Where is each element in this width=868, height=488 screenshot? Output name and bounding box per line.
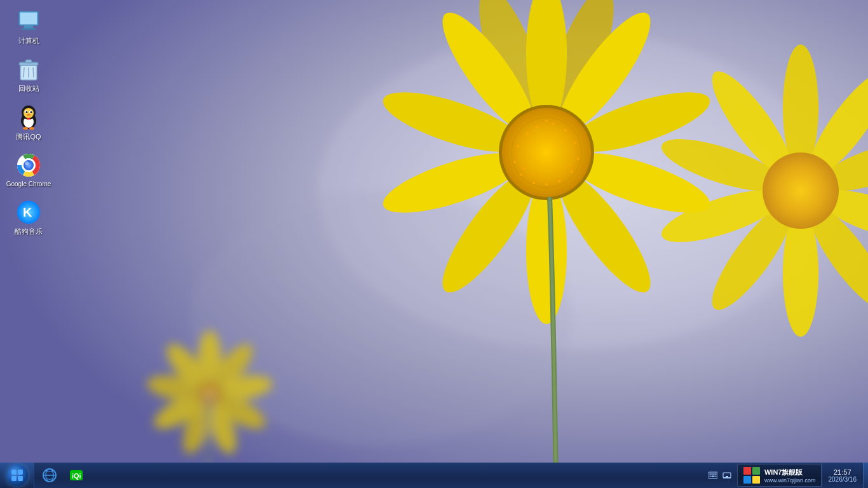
desktop: 计算机 回收站 bbox=[0, 0, 868, 488]
svg-line-67 bbox=[24, 67, 24, 78]
svg-rect-110 bbox=[743, 467, 751, 475]
svg-point-35 bbox=[577, 158, 580, 160]
desktop-icon-chrome[interactable]: Google Chrome bbox=[6, 150, 51, 191]
svg-point-37 bbox=[571, 170, 573, 173]
chrome-icon bbox=[16, 152, 41, 178]
taskbar: iQi bbox=[0, 463, 868, 488]
svg-point-42 bbox=[545, 183, 548, 186]
svg-point-76 bbox=[26, 111, 28, 113]
svg-line-69 bbox=[33, 67, 34, 78]
svg-rect-111 bbox=[752, 467, 760, 475]
desktop-icons: 计算机 回收站 bbox=[6, 6, 51, 238]
start-button[interactable] bbox=[0, 463, 34, 488]
recycle-bin-label: 回收站 bbox=[18, 84, 39, 93]
win7-brand-text: WIN7旗舰版 www.win7qijian.com bbox=[764, 468, 816, 484]
svg-rect-61 bbox=[22, 28, 36, 30]
svg-rect-102 bbox=[713, 473, 714, 475]
svg-point-44 bbox=[530, 142, 532, 144]
kuwo-icon: K bbox=[16, 200, 41, 225]
recycle-bin-icon bbox=[16, 57, 41, 82]
svg-point-36 bbox=[513, 161, 516, 163]
keyboard-tray-icon[interactable] bbox=[708, 470, 718, 480]
taskbar-items: iQi bbox=[34, 463, 371, 488]
svg-rect-90 bbox=[11, 470, 17, 475]
svg-point-29 bbox=[552, 123, 554, 125]
svg-rect-109 bbox=[726, 476, 728, 478]
clock-time: 21:57 bbox=[834, 468, 851, 476]
svg-rect-103 bbox=[715, 473, 716, 475]
svg-point-83 bbox=[28, 118, 30, 119]
network-tray-icon[interactable] bbox=[722, 470, 732, 480]
show-desktop-button[interactable] bbox=[863, 463, 868, 488]
svg-point-87 bbox=[25, 161, 29, 165]
svg-text:iQi: iQi bbox=[72, 472, 81, 480]
qq-label: 腾讯QQ bbox=[16, 132, 41, 141]
computer-icon bbox=[16, 9, 41, 34]
svg-rect-112 bbox=[743, 476, 751, 484]
svg-point-41 bbox=[545, 119, 548, 122]
svg-rect-92 bbox=[11, 476, 17, 481]
svg-rect-106 bbox=[715, 476, 716, 477]
svg-point-45 bbox=[568, 165, 570, 166]
svg-point-86 bbox=[24, 160, 34, 170]
chrome-label: Google Chrome bbox=[6, 180, 51, 188]
kuwo-label: 酷狗音乐 bbox=[15, 227, 43, 236]
svg-point-33 bbox=[574, 142, 576, 144]
svg-rect-59 bbox=[20, 13, 37, 24]
svg-rect-105 bbox=[711, 476, 714, 477]
svg-point-73 bbox=[24, 108, 34, 118]
svg-rect-66 bbox=[25, 60, 32, 63]
svg-point-77 bbox=[31, 111, 32, 113]
win7-brand[interactable]: WIN7旗舰版 www.win7qijian.com bbox=[737, 464, 822, 487]
svg-point-38 bbox=[520, 173, 522, 176]
system-tray bbox=[703, 463, 737, 488]
computer-icon-label: 计算机 bbox=[18, 36, 39, 45]
taskbar-ie[interactable] bbox=[37, 464, 62, 486]
clock-date: 2026/3/16 bbox=[829, 476, 857, 483]
qq-icon bbox=[16, 105, 41, 130]
svg-point-39 bbox=[558, 180, 560, 182]
desktop-icon-qq[interactable]: 腾讯QQ bbox=[6, 102, 51, 144]
svg-point-46 bbox=[524, 168, 526, 170]
svg-rect-91 bbox=[18, 470, 23, 475]
svg-rect-93 bbox=[18, 476, 23, 481]
svg-point-57 bbox=[763, 152, 839, 229]
svg-rect-99 bbox=[709, 472, 717, 478]
svg-point-34 bbox=[517, 145, 519, 147]
win7-title: WIN7旗舰版 bbox=[764, 468, 816, 477]
svg-point-80 bbox=[29, 127, 34, 130]
svg-point-43 bbox=[562, 139, 564, 141]
desktop-icon-recycle[interactable]: 回收站 bbox=[6, 54, 51, 95]
start-orb bbox=[6, 464, 28, 486]
svg-rect-104 bbox=[709, 476, 710, 477]
clock-area[interactable]: 21:57 2026/3/16 bbox=[822, 463, 864, 488]
svg-text:K: K bbox=[23, 205, 32, 219]
svg-point-40 bbox=[532, 182, 535, 184]
svg-rect-60 bbox=[24, 25, 33, 28]
desktop-icon-computer[interactable]: 计算机 bbox=[6, 6, 51, 48]
svg-rect-113 bbox=[752, 476, 760, 484]
svg-rect-101 bbox=[711, 473, 712, 475]
svg-rect-100 bbox=[709, 473, 710, 475]
svg-point-79 bbox=[23, 127, 28, 130]
win7-url: www.win7qijian.com bbox=[764, 477, 816, 484]
taskbar-iqiyi[interactable]: iQi bbox=[64, 464, 89, 486]
desktop-wallpaper bbox=[0, 0, 868, 488]
desktop-icon-kuwo[interactable]: K 酷狗音乐 bbox=[6, 197, 51, 238]
svg-point-78 bbox=[27, 114, 31, 116]
svg-point-31 bbox=[564, 129, 567, 132]
svg-point-30 bbox=[536, 126, 538, 128]
svg-point-32 bbox=[526, 132, 529, 135]
